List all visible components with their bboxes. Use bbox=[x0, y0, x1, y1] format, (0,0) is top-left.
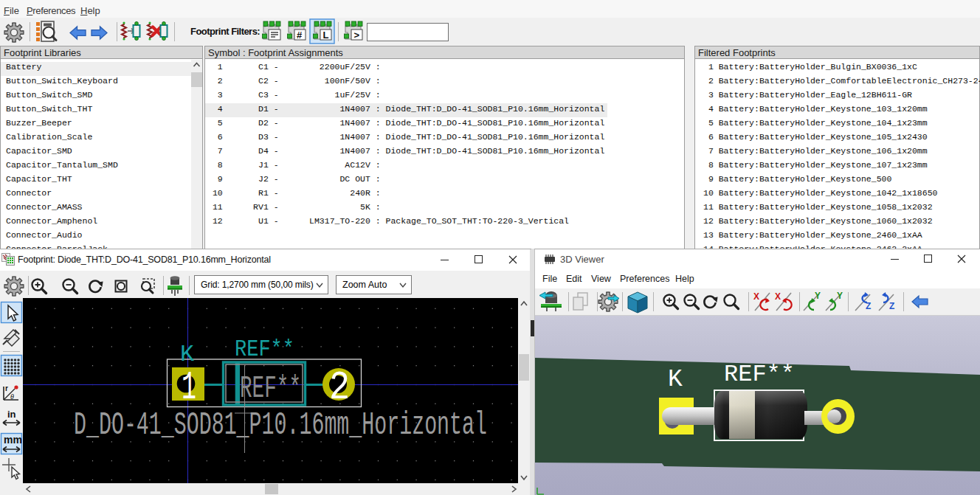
svg-text:mm: mm bbox=[4, 434, 22, 446]
svg-text:Y: Y bbox=[837, 291, 843, 301]
svg-text:Z: Z bbox=[889, 301, 894, 311]
svg-text:>: > bbox=[354, 30, 360, 41]
svg-text:θ: θ bbox=[10, 392, 14, 401]
svg-text:in: in bbox=[7, 409, 16, 420]
svg-text:Y: Y bbox=[815, 291, 821, 301]
svg-text:X: X bbox=[753, 291, 759, 302]
svg-text:Z: Z bbox=[866, 301, 871, 311]
svg-text:K: K bbox=[180, 342, 194, 367]
svg-text:X: X bbox=[775, 291, 781, 302]
svg-text:D_DO-41_SOD81_P10.16mm_Horizon: D_DO-41_SOD81_P10.16mm_Horizontal bbox=[74, 406, 487, 443]
svg-text:r: r bbox=[5, 384, 8, 392]
svg-text:#: # bbox=[297, 30, 303, 41]
svg-text:2: 2 bbox=[329, 365, 350, 410]
svg-text:REF**: REF** bbox=[240, 371, 301, 406]
svg-text:REF**: REF** bbox=[235, 336, 294, 362]
svg-text:1: 1 bbox=[182, 365, 196, 410]
svg-text:L: L bbox=[323, 30, 329, 41]
